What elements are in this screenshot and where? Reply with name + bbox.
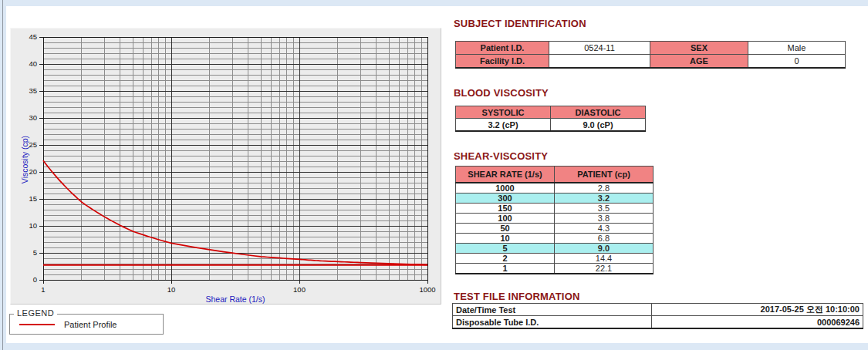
svg-text:15: 15 (29, 194, 37, 203)
patient-viscosity-cell: 14.4 (555, 254, 654, 264)
shear-rate-cell: 10 (456, 234, 555, 244)
shear-rate-cell: 1000 (456, 183, 555, 194)
diastolic-label: DIASTOLIC (551, 106, 646, 119)
patient-profile-curve (43, 160, 427, 264)
table-row: 3.2 (cP) 9.0 (cP) (456, 119, 646, 132)
svg-text:35: 35 (29, 86, 37, 95)
blood-viscosity-title: BLOOD VISCOSITY (454, 87, 549, 99)
viscosity-chart-panel: 0510152025303540451101001000Shear Rate (… (10, 28, 441, 305)
facility-id-value (549, 55, 650, 69)
shear-viscosity-row: 10002.8 (456, 183, 654, 194)
legend-title: LEGEND (14, 308, 57, 318)
shear-viscosity-row: 1503.5 (456, 204, 654, 214)
subject-identification-title: SUBJECT IDENTIFICATION (454, 18, 586, 29)
table-row: Disposable Tube I.D. 000069246 (453, 316, 863, 329)
test-file-information-table: Date/Time Test 2017-05-25 오전 10:10:00 Di… (452, 303, 863, 329)
svg-text:25: 25 (29, 140, 37, 149)
facility-id-label: Facility I.D. (456, 55, 549, 69)
svg-text:10: 10 (29, 221, 37, 230)
x-axis-label: Shear Rate (1/s) (205, 294, 265, 304)
svg-text:1000: 1000 (419, 285, 435, 294)
table-row: Facility I.D. AGE 0 (456, 55, 846, 69)
svg-text:40: 40 (29, 59, 37, 68)
table-row: Date/Time Test 2017-05-25 오전 10:10:00 (453, 304, 863, 316)
patient-viscosity-cell: 4.3 (555, 224, 654, 234)
systolic-label: SYSTOLIC (456, 106, 551, 119)
shear-rate-cell: 300 (456, 194, 555, 204)
patient-column-header: PATIENT (cp) (555, 167, 654, 183)
svg-text:0: 0 (33, 275, 37, 284)
shear-viscosity-chart: 0510152025303540451101001000Shear Rate (… (11, 29, 441, 304)
patient-viscosity-cell: 6.8 (555, 234, 654, 244)
shear-rate-cell: 5 (456, 244, 555, 254)
shear-viscosity-row: 504.3 (456, 224, 654, 234)
svg-text:10: 10 (167, 285, 176, 294)
table-row: SYSTOLIC DIASTOLIC (456, 106, 646, 119)
patient-viscosity-cell: 3.8 (555, 214, 654, 224)
shear-rate-cell: 50 (456, 224, 555, 234)
svg-text:100: 100 (293, 285, 306, 294)
shear-viscosity-row: 106.8 (456, 234, 654, 244)
legend-entry-label: Patient Profile (64, 320, 117, 329)
systolic-value: 3.2 (cP) (456, 119, 551, 132)
date-time-test-label: Date/Time Test (453, 304, 652, 316)
shear-viscosity-row: 214.4 (456, 254, 654, 264)
shear-viscosity-row: 122.1 (456, 264, 654, 274)
patient-viscosity-cell: 3.2 (555, 194, 654, 204)
table-row: Patient I.D. 0524-11 SEX Male (456, 42, 846, 55)
patient-viscosity-cell: 9.0 (555, 244, 654, 254)
patient-profile-line-swatch (19, 324, 55, 325)
shear-viscosity-row: 3003.2 (456, 194, 654, 204)
window-frame-edge (2, 0, 3, 350)
shear-viscosity-title: SHEAR-VISCOSITY (454, 150, 548, 162)
subject-identification-table: Patient I.D. 0524-11 SEX Male Facility I… (455, 41, 846, 69)
test-file-information-title: TEST FILE INFORMATION (454, 291, 580, 302)
svg-text:20: 20 (29, 167, 37, 176)
legend-box: LEGEND Patient Profile (9, 314, 164, 335)
report-content-area: 0510152025303540451101001000Shear Rate (… (6, 6, 868, 343)
shear-rate-column-header: SHEAR RATE (1/s) (456, 167, 555, 183)
shear-rate-cell: 150 (456, 204, 555, 214)
shear-viscosity-row: 1003.8 (456, 214, 654, 224)
svg-text:5: 5 (33, 248, 37, 257)
age-value: 0 (748, 55, 846, 69)
shear-rate-cell: 100 (456, 214, 555, 224)
sex-label: SEX (650, 42, 748, 55)
disposable-tube-id-value: 000069246 (652, 316, 863, 329)
svg-text:30: 30 (29, 113, 37, 122)
shear-rate-cell: 1 (456, 264, 555, 274)
y-axis-label: Viscosity (cp) (20, 136, 29, 183)
patient-viscosity-cell: 22.1 (555, 264, 654, 274)
svg-text:45: 45 (29, 32, 37, 41)
svg-text:1: 1 (41, 285, 45, 294)
patient-id-label: Patient I.D. (456, 42, 549, 55)
age-label: AGE (650, 55, 748, 69)
date-time-test-value: 2017-05-25 오전 10:10:00 (652, 304, 863, 316)
patient-id-value: 0524-11 (549, 42, 650, 55)
shear-viscosity-table: SHEAR RATE (1/s) PATIENT (cp) 10002.8300… (455, 166, 654, 274)
disposable-tube-id-label: Disposable Tube I.D. (453, 316, 652, 329)
table-header-row: SHEAR RATE (1/s) PATIENT (cp) (456, 167, 654, 183)
blood-viscosity-table: SYSTOLIC DIASTOLIC 3.2 (cP) 9.0 (cP) (455, 106, 646, 132)
patient-viscosity-cell: 2.8 (555, 183, 654, 194)
patient-viscosity-cell: 3.5 (555, 204, 654, 214)
shear-rate-cell: 2 (456, 254, 555, 264)
diastolic-value: 9.0 (cP) (551, 119, 646, 132)
sex-value: Male (748, 42, 846, 55)
shear-viscosity-row: 59.0 (456, 244, 654, 254)
